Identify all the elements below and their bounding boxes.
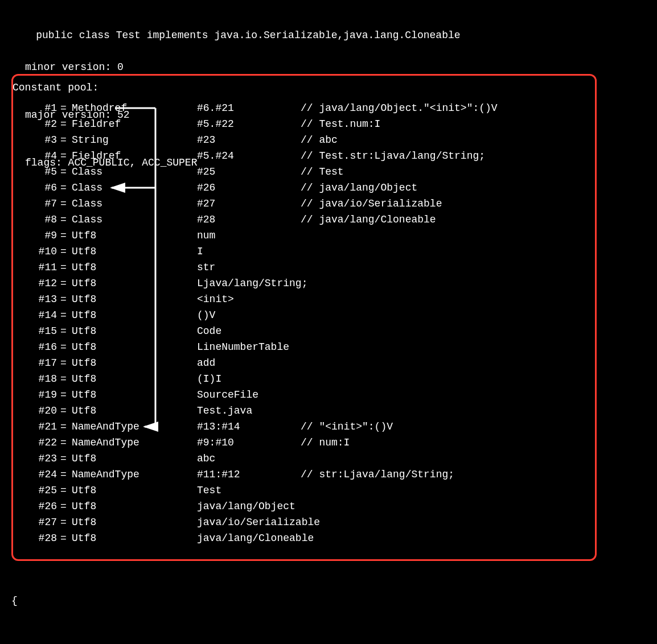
constant-pool-row: #7=Class#27// java/io/Serializable — [11, 196, 592, 212]
cp-comment: // java/io/Serializable — [301, 196, 442, 212]
cp-index: #20 — [11, 403, 57, 419]
cp-index: #22 — [11, 435, 57, 451]
constant-pool-title: Constant pool: — [13, 80, 98, 96]
cp-type: Utf8 — [72, 323, 96, 339]
constant-pool-row: #2=Fieldref#5.#22// Test.num:I — [11, 116, 592, 132]
cp-type: Class — [72, 180, 102, 196]
cp-comment: // num:I — [301, 435, 350, 451]
constant-pool-row: #26=Utf8java/lang/Object — [11, 498, 592, 514]
cp-ref: #26 — [197, 180, 215, 196]
constant-pool-row: #12=Utf8Ljava/lang/String; — [11, 275, 592, 291]
open-brace: { — [11, 593, 220, 609]
constant-pool-row: #8=Class#28// java/lang/Cloneable — [11, 212, 592, 228]
constant-pool-row: #22=NameAndType#9:#10// num:I — [11, 435, 592, 451]
cp-ref: LineNumberTable — [197, 339, 289, 355]
cp-comment: // Test.str:Ljava/lang/String; — [301, 148, 485, 164]
cp-ref: #28 — [197, 212, 215, 228]
class-body-footer: { java.lang.String str; descriptor: Ljav… — [11, 561, 220, 644]
cp-equals: = — [60, 275, 67, 291]
constant-pool-row: #1=Methodref#6.#21// java/lang/Object."<… — [11, 100, 592, 116]
cp-comment: // str:Ljava/lang/String; — [301, 467, 454, 482]
cp-ref: Test — [197, 482, 221, 498]
cp-equals: = — [60, 482, 67, 498]
cp-index: #26 — [11, 498, 57, 514]
cp-comment: // java/lang/Object — [301, 180, 417, 196]
cp-ref: I — [197, 243, 203, 259]
constant-pool-row: #16=Utf8LineNumberTable — [11, 339, 592, 355]
cp-ref: add — [197, 355, 215, 371]
cp-type: Utf8 — [72, 451, 96, 467]
cp-index: #4 — [11, 148, 57, 164]
field-declaration: java.lang.String str; — [11, 641, 220, 644]
cp-index: #24 — [11, 467, 57, 482]
cp-index: #7 — [11, 196, 57, 212]
cp-type: Utf8 — [72, 403, 96, 419]
cp-index: #17 — [11, 355, 57, 371]
cp-type: Fieldref — [72, 116, 121, 132]
cp-comment: // Test — [301, 164, 344, 180]
cp-index: #14 — [11, 307, 57, 323]
constant-pool-row: #15=Utf8Code — [11, 323, 592, 339]
cp-type: Utf8 — [72, 387, 96, 403]
constant-pool-row: #19=Utf8SourceFile — [11, 387, 592, 403]
cp-index: #21 — [11, 419, 57, 435]
cp-type: Utf8 — [72, 259, 96, 275]
cp-index: #23 — [11, 451, 57, 467]
cp-type: Utf8 — [72, 243, 96, 259]
cp-ref: Test.java — [197, 403, 252, 419]
cp-equals: = — [60, 339, 67, 355]
cp-index: #18 — [11, 371, 57, 387]
cp-type: NameAndType — [72, 419, 139, 435]
cp-ref: #27 — [197, 196, 215, 212]
cp-index: #10 — [11, 243, 57, 259]
constant-pool-row: #9=Utf8num — [11, 228, 592, 243]
cp-equals: = — [60, 387, 67, 403]
cp-equals: = — [60, 530, 67, 546]
cp-type: Methodref — [72, 100, 127, 116]
cp-ref: num — [197, 228, 215, 243]
cp-ref: #13:#14 — [197, 419, 240, 435]
cp-index: #9 — [11, 228, 57, 243]
cp-ref: #23 — [197, 132, 215, 148]
cp-index: #11 — [11, 259, 57, 275]
cp-type: Utf8 — [72, 498, 96, 514]
cp-ref: ()V — [197, 307, 215, 323]
cp-equals: = — [60, 355, 67, 371]
cp-type: Utf8 — [72, 307, 96, 323]
cp-equals: = — [60, 291, 67, 307]
cp-equals: = — [60, 164, 67, 180]
constant-pool-row: #10=Utf8I — [11, 243, 592, 259]
cp-comment: // java/lang/Object."<init>":()V — [301, 100, 498, 116]
cp-ref: #11:#12 — [197, 467, 240, 482]
cp-index: #27 — [11, 514, 57, 530]
class-declaration: public class Test implements java.io.Ser… — [36, 30, 460, 41]
cp-index: #19 — [11, 387, 57, 403]
terminal-output: public class Test implements java.io.Ser… — [0, 0, 657, 644]
cp-comment: // java/lang/Cloneable — [301, 212, 436, 228]
constant-pool-row: #20=Utf8Test.java — [11, 403, 592, 419]
constant-pool-row: #3=String#23// abc — [11, 132, 592, 148]
cp-type: Fieldref — [72, 148, 121, 164]
cp-ref: abc — [197, 451, 215, 467]
cp-equals: = — [60, 403, 67, 419]
cp-equals: = — [60, 371, 67, 387]
cp-ref: #9:#10 — [197, 435, 234, 451]
cp-type: Utf8 — [72, 339, 96, 355]
cp-equals: = — [60, 116, 67, 132]
cp-ref: (I)I — [197, 371, 221, 387]
cp-equals: = — [60, 212, 67, 228]
cp-type: Utf8 — [72, 275, 96, 291]
cp-type: Utf8 — [72, 371, 96, 387]
cp-comment: // abc — [301, 132, 338, 148]
cp-ref: str — [197, 259, 215, 275]
cp-equals: = — [60, 196, 67, 212]
cp-ref: Ljava/lang/String; — [197, 275, 307, 291]
constant-pool-row: #4=Fieldref#5.#24// Test.str:Ljava/lang/… — [11, 148, 592, 164]
constant-pool-row: #18=Utf8(I)I — [11, 371, 592, 387]
cp-index: #25 — [11, 482, 57, 498]
cp-ref: #6.#21 — [197, 100, 234, 116]
constant-pool-row: #21=NameAndType#13:#14// "<init>":()V — [11, 419, 592, 435]
cp-type: Utf8 — [72, 530, 96, 546]
cp-ref: java/lang/Cloneable — [197, 530, 314, 546]
cp-ref: #25 — [197, 164, 215, 180]
